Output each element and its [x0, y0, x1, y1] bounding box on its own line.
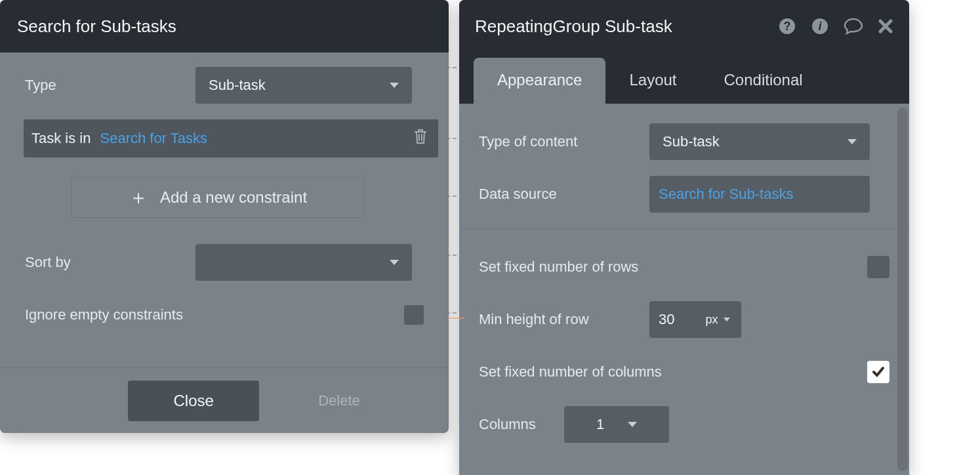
sort-by-select[interactable] [195, 244, 412, 281]
tab-layout[interactable]: Layout [605, 58, 700, 104]
ignore-empty-checkbox[interactable] [404, 305, 424, 325]
min-height-label: Min height of row [479, 311, 649, 328]
data-source-field[interactable]: Search for Sub-tasks [649, 176, 870, 213]
property-tabs: Appearance Layout Conditional [459, 52, 909, 104]
fixed-cols-row: Set fixed number of columns [479, 354, 889, 390]
fixed-rows-checkbox[interactable] [867, 256, 889, 278]
ignore-empty-row: Ignore empty constraints [25, 297, 432, 333]
chevron-down-icon [390, 260, 399, 265]
chevron-down-icon [390, 83, 399, 88]
search-panel: Search for Sub-tasks Type Sub-task Task … [0, 0, 449, 433]
data-source-row: Data source Search for Sub-tasks [479, 176, 889, 213]
constraint-row[interactable]: Task is in Search for Tasks [24, 119, 438, 157]
close-icon[interactable] [878, 18, 893, 34]
constraint-value-link[interactable]: Search for Tasks [100, 130, 207, 147]
property-panel-header[interactable]: RepeatingGroup Sub-task ? i [459, 0, 909, 52]
delete-button-label: Delete [318, 392, 360, 409]
sort-by-row: Sort by [25, 244, 432, 281]
min-height-unit-select[interactable]: px [694, 301, 741, 338]
help-icon[interactable]: ? [778, 17, 796, 35]
chevron-down-icon [724, 318, 730, 321]
comment-icon[interactable] [844, 17, 863, 35]
tab-appearance-label: Appearance [497, 71, 582, 89]
property-panel: RepeatingGroup Sub-task ? i Appearance L… [459, 0, 909, 475]
search-panel-header[interactable]: Search for Sub-tasks [0, 0, 449, 52]
min-height-row: Min height of row 30 px [479, 301, 889, 338]
search-panel-title: Search for Sub-tasks [17, 16, 176, 37]
columns-label: Columns [479, 416, 564, 433]
min-height-input[interactable]: 30 [649, 301, 697, 338]
fixed-cols-label: Set fixed number of columns [479, 363, 662, 381]
tab-layout-label: Layout [629, 71, 676, 89]
type-of-content-label: Type of content [479, 133, 649, 150]
ignore-empty-label: Ignore empty constraints [25, 306, 183, 323]
property-panel-header-icons: ? i [778, 17, 893, 35]
type-of-content-value: Sub-task [663, 133, 720, 150]
property-panel-body: Type of content Sub-task Data source Sea… [459, 104, 909, 443]
data-source-label: Data source [479, 186, 649, 203]
fixed-cols-checkbox[interactable] [867, 361, 889, 383]
constraint-field: Task is in [31, 130, 91, 147]
trash-icon[interactable] [413, 128, 428, 149]
sort-by-label: Sort by [25, 254, 195, 271]
close-button[interactable]: Close [128, 381, 259, 421]
columns-value: 1 [596, 416, 604, 433]
type-label: Type [25, 77, 195, 94]
type-select[interactable]: Sub-task [195, 67, 412, 104]
property-panel-scrollbar[interactable] [897, 108, 908, 471]
fixed-rows-label: Set fixed number of rows [479, 258, 638, 276]
property-panel-title: RepeatingGroup Sub-task [475, 16, 778, 37]
chevron-down-icon [628, 422, 637, 427]
tab-conditional[interactable]: Conditional [701, 58, 827, 104]
type-row: Type Sub-task [25, 67, 432, 104]
type-of-content-select[interactable]: Sub-task [649, 123, 870, 160]
min-height-value: 30 [659, 311, 674, 328]
svg-text:?: ? [784, 20, 791, 33]
type-of-content-row: Type of content Sub-task [479, 123, 889, 160]
add-constraint-button[interactable]: ＋ Add a new constraint [71, 177, 365, 218]
chevron-down-icon [847, 139, 857, 144]
info-icon[interactable]: i [811, 17, 829, 35]
data-source-value: Search for Sub-tasks [659, 186, 793, 203]
min-height-unit: px [705, 313, 718, 327]
tab-appearance[interactable]: Appearance [474, 58, 605, 104]
columns-select[interactable]: 1 [564, 406, 669, 443]
columns-row: Columns 1 [479, 406, 889, 443]
search-panel-footer: Close Delete [0, 367, 449, 433]
fixed-rows-row: Set fixed number of rows [479, 249, 889, 285]
tab-conditional-label: Conditional [724, 71, 803, 89]
type-select-value: Sub-task [209, 77, 266, 94]
section-divider [459, 228, 909, 229]
search-panel-body: Type Sub-task Task is in Search for Task… [0, 52, 449, 333]
canvas-selection-edge [447, 318, 464, 319]
add-constraint-label: Add a new constraint [160, 188, 307, 207]
plus-icon: ＋ [129, 188, 148, 207]
close-button-label: Close [174, 392, 214, 410]
delete-button: Delete [318, 392, 360, 409]
